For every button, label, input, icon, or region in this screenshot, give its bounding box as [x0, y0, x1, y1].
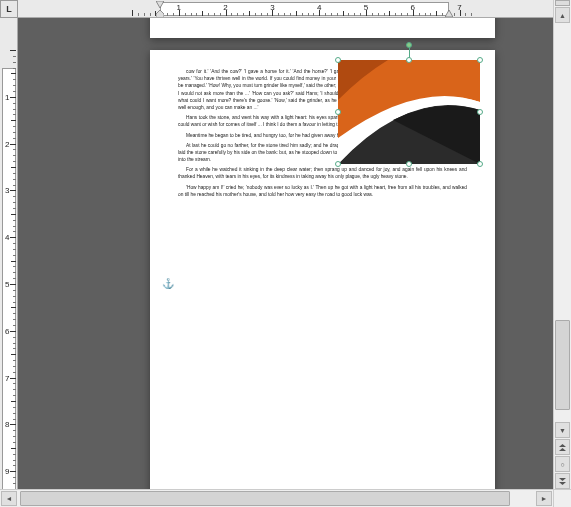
vertical-scrollbar[interactable]: ▲ ▼ ○	[553, 0, 571, 489]
ruler-h-number: 2	[223, 3, 227, 12]
right-indent-marker[interactable]	[445, 10, 453, 17]
ruler-v-number: 2	[5, 139, 9, 148]
object-anchor-icon[interactable]: ⚓	[162, 278, 174, 289]
resize-handle-bl[interactable]	[335, 161, 341, 167]
previous-page-button[interactable]	[555, 439, 570, 455]
resize-handle-ml[interactable]	[335, 109, 341, 115]
left-indent-marker[interactable]	[156, 10, 164, 17]
ruler-h-number: 7	[457, 3, 461, 12]
body-paragraph[interactable]: For a while he watched it sinking in the…	[178, 166, 467, 180]
next-page-button[interactable]	[555, 473, 570, 489]
svg-marker-5	[559, 448, 566, 451]
body-paragraph[interactable]: 'How happy am I!' cried he; 'nobody was …	[178, 184, 467, 198]
ruler-v-number: 7	[5, 373, 9, 382]
ruler-v-number: 6	[5, 326, 9, 335]
split-box-v[interactable]	[555, 0, 570, 6]
resize-handle-bm[interactable]	[406, 161, 412, 167]
scroll-v-thumb[interactable]	[555, 320, 570, 410]
ruler-h-number: 6	[411, 3, 415, 12]
ruler-h-number: 5	[364, 3, 368, 12]
ruler-v-number: 9	[5, 467, 9, 476]
ruler-v-number: 4	[5, 233, 9, 242]
svg-marker-0	[156, 1, 164, 8]
ruler-v-number: 1	[5, 92, 9, 101]
svg-marker-1	[156, 10, 164, 18]
resize-handle-tr[interactable]	[477, 57, 483, 63]
ruler-h-number: 3	[270, 3, 274, 12]
first-line-indent-marker[interactable]	[156, 1, 164, 8]
scroll-corner	[553, 489, 571, 507]
horizontal-ruler[interactable]: 1234567	[18, 0, 553, 18]
ruler-v-number: 5	[5, 280, 9, 289]
scroll-h-thumb[interactable]	[20, 491, 510, 506]
ruler-h-number: 4	[317, 3, 321, 12]
resize-handle-tm[interactable]	[406, 57, 412, 63]
resize-handle-br[interactable]	[477, 161, 483, 167]
horizontal-scrollbar[interactable]: ◄ ►	[0, 489, 553, 507]
ruler-v-number: 3	[5, 186, 9, 195]
image-content	[338, 60, 480, 164]
ruler-h-number: 1	[177, 3, 181, 12]
tab-stop-orientation-button[interactable]: L	[0, 0, 18, 18]
resize-handle-mr[interactable]	[477, 109, 483, 115]
vertical-ruler[interactable]: 123456789	[0, 18, 18, 489]
select-browse-object-button[interactable]: ○	[555, 456, 570, 472]
previous-page-edge	[150, 18, 495, 38]
resize-handle-tl[interactable]	[335, 57, 341, 63]
ruler-v-number: 8	[5, 420, 9, 429]
scroll-up-button[interactable]: ▲	[555, 7, 570, 23]
svg-marker-4	[559, 444, 566, 447]
scroll-right-button[interactable]: ►	[536, 491, 552, 506]
scroll-left-button[interactable]: ◄	[1, 491, 17, 506]
scroll-down-button[interactable]: ▼	[555, 422, 570, 438]
svg-marker-7	[559, 482, 566, 485]
svg-marker-6	[559, 478, 566, 481]
rotation-handle[interactable]	[406, 42, 412, 48]
inserted-image-object[interactable]	[338, 60, 480, 164]
svg-marker-2	[445, 10, 453, 17]
document-canvas[interactable]: cow for it.' 'And the cow?' 'I gave a ho…	[18, 18, 553, 489]
